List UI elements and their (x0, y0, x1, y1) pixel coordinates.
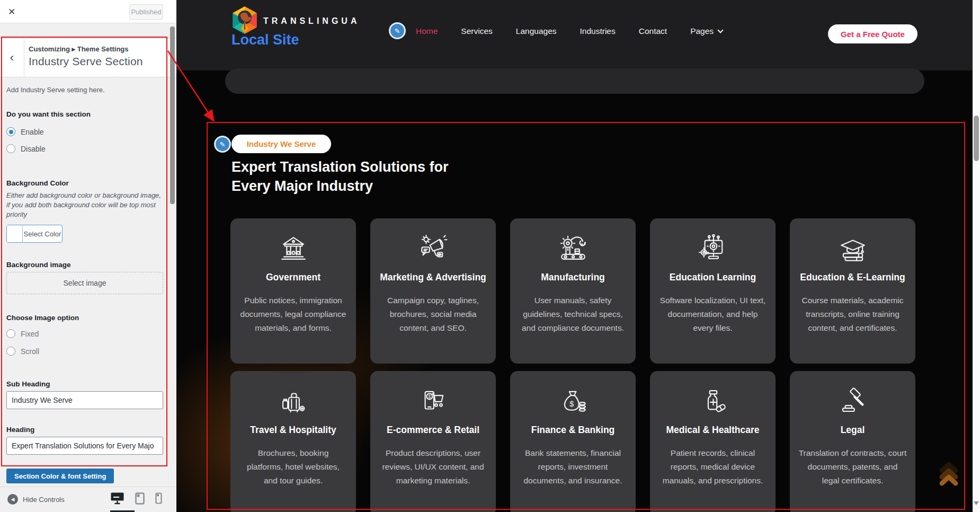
translingua-logo-icon (230, 6, 259, 34)
nav-item-languages[interactable]: Languages (516, 27, 557, 36)
shopping-cart-icon: $ (370, 386, 496, 417)
desktop-preview-icon[interactable] (110, 492, 124, 505)
section-header: ‹ Customizing ▸ Theme Settings Industry … (0, 38, 176, 77)
radio-scroll[interactable]: Scroll (6, 347, 39, 356)
radio-fixed[interactable]: Fixed (6, 329, 39, 338)
card-description: Software localization, UI text, document… (650, 294, 776, 335)
edit-header-icon[interactable]: ✎ (389, 22, 406, 39)
color-swatch (7, 225, 23, 242)
card-title: Government (230, 272, 356, 283)
industry-card: Manufacturing User manuals, safety guide… (510, 218, 636, 364)
section-badge: Industry We Serve (231, 135, 331, 153)
chevron-down-icon (717, 27, 723, 33)
industry-card: Travel & Hospitality Brochures, booking … (230, 371, 356, 512)
breadcrumb: Customizing ▸ Theme Settings (29, 45, 129, 53)
background-image-label: Background image (6, 261, 71, 269)
industry-card: $ E-commerce & Retail Product descriptio… (370, 371, 496, 512)
card-description: User manuals, safety guidelines, technic… (510, 294, 636, 335)
card-description: Bank statements, financial reports, inve… (510, 446, 636, 488)
robot-arm-icon (510, 233, 636, 264)
site-header: TRANSLINGUA Local Site ✎ HomeServicesLan… (176, 0, 973, 70)
edit-section-icon[interactable]: ✎ (214, 136, 231, 153)
radio-fixed-label: Fixed (21, 330, 39, 338)
published-button[interactable]: Published (129, 4, 163, 20)
radio-fixed-dot[interactable] (6, 329, 15, 338)
radio-enable[interactable]: Enable (6, 127, 44, 136)
site-title-link[interactable]: Local Site (231, 32, 299, 48)
panel-title: Industry Serve Section (29, 55, 143, 68)
radio-enable-dot[interactable] (6, 127, 15, 136)
card-description: Public notices, immigration documents, l… (230, 294, 356, 335)
card-title: Legal (790, 425, 915, 436)
customizer-topbar: ✕ Published (0, 0, 176, 23)
card-description: Translation of contracts, court document… (790, 446, 915, 488)
card-title: E-commerce & Retail (370, 425, 496, 436)
get-free-quote-button[interactable]: Get a Free Quote (828, 24, 917, 43)
gavel-icon (790, 386, 915, 417)
image-option-label: Choose Image option (6, 314, 79, 322)
card-description: Product descriptions, user reviews, UI/U… (370, 446, 496, 488)
radio-scroll-dot[interactable] (6, 347, 15, 356)
close-customizer-button[interactable]: ✕ (0, 0, 23, 23)
graduation-cap-icon (790, 233, 915, 264)
industry-card: Medical & Healthcare Patient records, cl… (650, 371, 776, 512)
card-title: Finance & Banking (510, 425, 636, 436)
customizer-sidebar: ✕ Published ‹ Customizing ▸ Theme Settin… (0, 0, 176, 512)
radio-disable[interactable]: Disable (6, 144, 46, 153)
background-color-description: Either add background color or backgroun… (6, 191, 161, 219)
section-heading: Expert Translation Solutions for Every M… (231, 157, 449, 196)
back-button[interactable]: ‹ (0, 39, 24, 77)
radio-disable-dot[interactable] (6, 144, 15, 153)
nav-item-pages[interactable]: Pages (690, 27, 723, 36)
customizer-footer: ◀ Hide Controls (0, 487, 176, 512)
money-bag-icon: $ (510, 386, 636, 417)
card-description: Course materials, academic transcripts, … (790, 294, 915, 335)
sub-heading-label: Sub Heading (6, 380, 50, 388)
svg-text:$: $ (428, 394, 431, 399)
nav-item-industries[interactable]: Industries (580, 27, 616, 36)
card-description: Campaign copy, taglines, brochures, soci… (370, 294, 496, 335)
industry-card: Marketing & Advertising Campaign copy, t… (370, 218, 496, 364)
nav-item-contact[interactable]: Contact (639, 27, 667, 36)
hero-bottom-bar (225, 68, 924, 94)
preview-scrollbar[interactable] (973, 0, 980, 512)
screenshot-stage: ✕ Published ‹ Customizing ▸ Theme Settin… (0, 0, 980, 512)
tablet-preview-icon[interactable] (135, 492, 145, 505)
card-title: Manufacturing (510, 272, 636, 283)
monitor-gear-icon (650, 233, 776, 264)
card-title: Marketing & Advertising (370, 272, 496, 283)
nav-item-services[interactable]: Services (461, 27, 492, 36)
background-color-label: Background Color (6, 179, 69, 187)
sub-heading-input[interactable] (6, 391, 163, 409)
section-toggle-label: Do you want this section (6, 110, 91, 118)
scroll-to-top-icon[interactable] (939, 461, 959, 492)
industry-card: Legal Translation of contracts, court do… (790, 371, 915, 512)
section-intro-text: Add Industry Serve setting here. (6, 86, 105, 94)
nav-item-home[interactable]: Home (416, 27, 438, 36)
card-title: Medical & Healthcare (650, 425, 776, 436)
industry-card: Education Learning Software localization… (650, 218, 776, 364)
radio-enable-label: Enable (21, 128, 44, 136)
site-nav: HomeServicesLanguagesIndustriesContactPa… (416, 22, 723, 40)
card-title: Education & E-Learning (790, 272, 915, 283)
card-description: Brochures, booking platforms, hotel webs… (230, 446, 356, 488)
section-color-font-button[interactable]: Section Color & font Setting (6, 469, 114, 483)
scrollbar-down-arrow-icon[interactable] (974, 501, 979, 505)
hide-controls-label: Hide Controls (23, 496, 65, 504)
card-description: Patient records, clinical reports, medic… (650, 446, 776, 488)
section-heading-line1: Expert Translation Solutions for (231, 157, 449, 176)
select-color-button[interactable]: Select Color (6, 225, 63, 243)
industry-card: Education & E-Learning Course materials,… (790, 218, 915, 364)
collapse-sidebar-icon[interactable]: ◀ (7, 494, 18, 505)
select-color-label: Select Color (23, 225, 62, 242)
brand-name: TRANSLINGUA (263, 16, 360, 26)
heading-label: Heading (6, 426, 34, 434)
sidebar-scrollbar[interactable] (170, 27, 175, 204)
heading-input[interactable] (6, 437, 163, 455)
industry-card: Government Public notices, immigration d… (230, 218, 356, 364)
luggage-icon (230, 386, 356, 417)
preview-scrollbar-thumb[interactable] (974, 116, 979, 161)
mobile-preview-icon[interactable] (155, 492, 162, 504)
site-preview: TRANSLINGUA Local Site ✎ HomeServicesLan… (176, 0, 980, 512)
select-image-button[interactable]: Select image (6, 272, 163, 294)
